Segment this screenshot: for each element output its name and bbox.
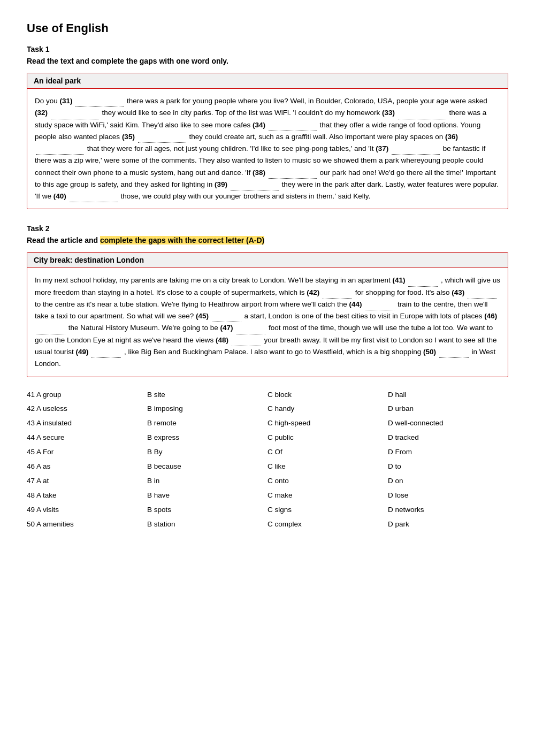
answers-table: 41 A group B site C block D hall 42 A us… xyxy=(27,388,508,532)
answer-45-c: C Of xyxy=(268,445,388,460)
gap-num-50: (50) xyxy=(423,348,436,356)
gap-num-38: (38) xyxy=(253,169,265,177)
answer-49-a: 49 A visits xyxy=(27,503,147,517)
task2-paragraph: In my next school holiday, my parents ar… xyxy=(35,274,500,370)
answers-tbody: 41 A group B site C block D hall 42 A us… xyxy=(27,388,508,532)
answer-50-c: C complex xyxy=(268,517,388,532)
gap-37 xyxy=(392,147,440,155)
gap-34 xyxy=(269,124,317,131)
answer-42-b: B imposing xyxy=(147,402,268,416)
gap-45 xyxy=(212,315,241,322)
answer-45-d: D From xyxy=(388,445,508,460)
gap-33 xyxy=(398,112,446,119)
answer-50-b: B station xyxy=(147,517,268,532)
gap-41 xyxy=(408,279,438,287)
gap-44 xyxy=(365,303,394,310)
answer-49-d: D networks xyxy=(388,503,508,517)
gap-42 xyxy=(323,291,352,299)
answer-42-c: C handy xyxy=(268,402,388,416)
answer-46-b: B because xyxy=(147,460,268,474)
task2-box: City break: destination London In my nex… xyxy=(27,252,508,377)
task2-instruction: Read the article and complete the gaps w… xyxy=(27,236,508,245)
answer-42-a: 42 A useless xyxy=(27,402,147,416)
answer-47-c: C onto xyxy=(268,474,388,488)
answer-48-c: C make xyxy=(268,488,388,503)
gap-num-35: (35) xyxy=(122,133,135,141)
gap-35 xyxy=(138,135,186,143)
gap-num-48: (48) xyxy=(216,336,228,344)
table-row: 42 A useless B imposing C handy D urban xyxy=(27,402,508,416)
gap-num-47: (47) xyxy=(220,324,233,332)
answer-47-d: D on xyxy=(388,474,508,488)
answer-48-b: B have xyxy=(147,488,268,503)
gap-40 xyxy=(70,195,118,202)
answer-50-d: D park xyxy=(388,517,508,532)
gap-num-42: (42) xyxy=(307,288,319,296)
table-row: 50 A amenities B station C complex D par… xyxy=(27,517,508,532)
task2-section: Task 2 Read the article and complete the… xyxy=(27,224,508,532)
answer-48-d: D lose xyxy=(388,488,508,503)
gap-31 xyxy=(75,100,124,107)
table-row: 43 A insulated B remote C high-speed D w… xyxy=(27,416,508,431)
table-row: 41 A group B site C block D hall xyxy=(27,388,508,402)
task1-box-content: Do you (31) there was a park for young p… xyxy=(27,89,508,209)
page-title: Use of English xyxy=(27,21,508,35)
gap-50 xyxy=(439,350,469,358)
gap-32 xyxy=(51,112,99,119)
gap-num-37: (37) xyxy=(376,144,388,152)
gap-num-39: (39) xyxy=(215,180,227,188)
gap-num-36: (36) xyxy=(445,133,458,141)
answer-46-c: C like xyxy=(268,460,388,474)
answer-44-a: 44 A secure xyxy=(27,431,147,445)
answer-49-c: C signs xyxy=(268,503,388,517)
answer-41-c: C block xyxy=(268,388,388,402)
answer-47-a: 47 A at xyxy=(27,474,147,488)
table-row: 45 A For B By C Of D From xyxy=(27,445,508,460)
answer-48-a: 48 A take xyxy=(27,488,147,503)
gap-num-40: (40) xyxy=(54,192,66,200)
answer-45-a: 45 A For xyxy=(27,445,147,460)
table-row: 44 A secure B express C public D tracked xyxy=(27,431,508,445)
answer-49-b: B spots xyxy=(147,503,268,517)
task2-instruction-plain: Read the article and xyxy=(27,236,100,245)
answer-44-c: C public xyxy=(268,431,388,445)
answer-43-d: D well-connected xyxy=(388,416,508,431)
gap-num-46: (46) xyxy=(484,312,497,320)
answer-47-b: B in xyxy=(147,474,268,488)
answer-43-a: 43 A insulated xyxy=(27,416,147,431)
gap-36 xyxy=(36,147,84,155)
task2-box-content: In my next school holiday, my parents ar… xyxy=(27,268,508,376)
table-row: 46 A as B because C like D to xyxy=(27,460,508,474)
gap-47 xyxy=(236,327,265,334)
gap-num-31: (31) xyxy=(60,97,73,105)
answer-43-c: C high-speed xyxy=(268,416,388,431)
gap-49 xyxy=(91,350,121,358)
gap-39 xyxy=(231,183,279,190)
task1-box: An ideal park Do you (31) there was a pa… xyxy=(27,73,508,209)
table-row: 47 A at B in C onto D on xyxy=(27,474,508,488)
gap-num-34: (34) xyxy=(253,121,265,129)
task1-instruction: Read the text and complete the gaps with… xyxy=(27,57,508,65)
answer-42-d: D urban xyxy=(388,402,508,416)
answer-46-d: D to xyxy=(388,460,508,474)
gap-num-33: (33) xyxy=(382,109,395,117)
answer-50-a: 50 A amenities xyxy=(27,517,147,532)
answer-44-d: D tracked xyxy=(388,431,508,445)
answer-41-d: D hall xyxy=(388,388,508,402)
answer-44-b: B express xyxy=(147,431,268,445)
gap-num-44: (44) xyxy=(349,300,362,308)
answer-46-a: 46 A as xyxy=(27,460,147,474)
gap-48 xyxy=(232,339,261,346)
task1-section: Task 1 Read the text and complete the ga… xyxy=(27,45,508,209)
table-row: 49 A visits B spots C signs D networks xyxy=(27,503,508,517)
table-row: 48 A take B have C make D lose xyxy=(27,488,508,503)
task1-label: Task 1 xyxy=(27,45,508,54)
task2-box-title: City break: destination London xyxy=(27,253,508,268)
answer-43-b: B remote xyxy=(147,416,268,431)
answer-41-a: 41 A group xyxy=(27,388,147,402)
gap-46 xyxy=(36,327,65,334)
task2-instruction-highlight: complete the gaps with the correct lette… xyxy=(100,236,264,245)
gap-num-32: (32) xyxy=(35,109,48,117)
task1-box-title: An ideal park xyxy=(27,73,508,89)
gap-num-43: (43) xyxy=(452,288,464,296)
